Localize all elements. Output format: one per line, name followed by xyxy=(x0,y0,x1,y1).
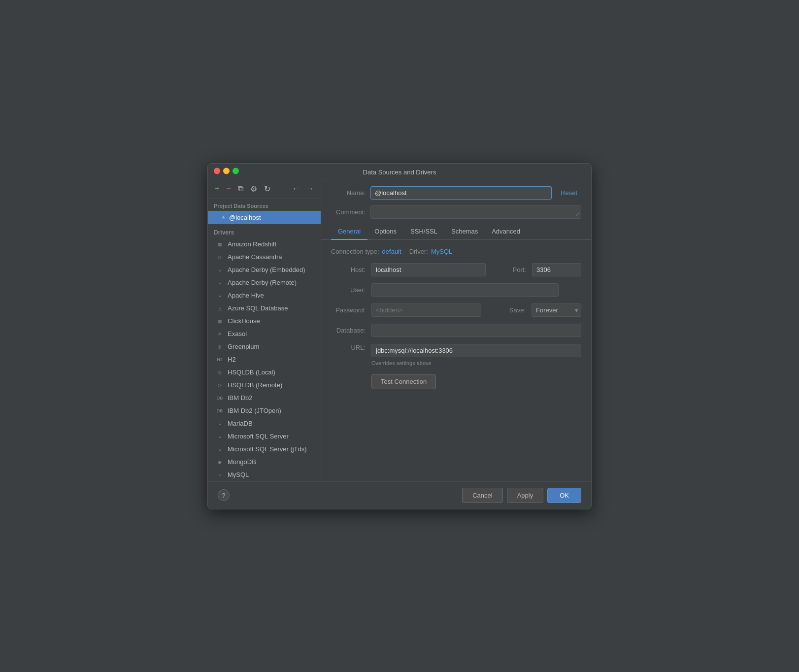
driver-item-apache-derby-remote[interactable]: ⟁Apache Derby (Remote) xyxy=(208,276,321,289)
driver-name: H2 xyxy=(228,356,236,363)
driver-name: Apache Derby (Embedded) xyxy=(228,266,305,273)
driver-item-mysql[interactable]: ⟐MySQL xyxy=(208,469,321,481)
driver-value[interactable]: MySQL xyxy=(431,248,452,255)
driver-item-exasol[interactable]: ✕Exasol xyxy=(208,328,321,340)
driver-item-mongodb[interactable]: ◉MongoDB xyxy=(208,456,321,469)
save-select-wrapper: Forever Until restart Never xyxy=(532,303,581,317)
driver-name: Exasol xyxy=(228,330,247,337)
maximize-button[interactable] xyxy=(233,168,239,174)
driver-item-hsqldb-remote[interactable]: ◎HSQLDB (Remote) xyxy=(208,379,321,392)
close-button[interactable] xyxy=(214,168,220,174)
user-input[interactable] xyxy=(371,283,559,297)
database-label: Database: xyxy=(331,327,366,334)
save-label: Save: xyxy=(491,306,526,314)
tab-sshssl[interactable]: SSH/SSL xyxy=(403,224,444,240)
driver-name: MariaDB xyxy=(228,420,253,427)
driver-icon: ⟐ xyxy=(216,471,224,479)
forward-button[interactable]: → xyxy=(304,183,316,194)
driver-icon: ◎ xyxy=(216,253,224,261)
cancel-button[interactable]: Cancel xyxy=(462,488,502,503)
conn-type-label: Connection type: xyxy=(331,248,379,255)
driver-label-text: Driver: xyxy=(409,248,428,255)
comment-input[interactable] xyxy=(370,205,581,219)
ok-button[interactable]: OK xyxy=(547,488,581,503)
password-input[interactable] xyxy=(371,303,481,317)
driver-icon: ▦ xyxy=(216,317,224,325)
database-input[interactable] xyxy=(371,324,581,337)
password-row: Password: Save: Forever Until restart Ne… xyxy=(331,303,581,317)
tab-schemas[interactable]: Schemas xyxy=(444,224,485,240)
driver-icon: DB xyxy=(216,407,224,415)
add-button[interactable]: + xyxy=(213,183,221,194)
driver-item-hsqldb-local[interactable]: ◎HSQLDB (Local) xyxy=(208,366,321,379)
driver-icon: ◎ xyxy=(216,369,224,376)
user-label: User: xyxy=(331,286,366,294)
connection-type-row: Connection type: default Driver: MySQL xyxy=(331,248,581,255)
host-label: Host: xyxy=(331,266,366,273)
minimize-button[interactable] xyxy=(223,168,230,174)
driver-item-amazon-redshift[interactable]: ▦Amazon Redshift xyxy=(208,238,321,251)
driver-item-mariadb[interactable]: ⟁MariaDB xyxy=(208,417,321,430)
driver-item-apache-hive[interactable]: ⟁Apache Hive xyxy=(208,289,321,302)
bottom-bar: ? Cancel Apply OK xyxy=(208,481,591,509)
driver-icon: ▦ xyxy=(216,240,224,248)
driver-name: HSQLDB (Local) xyxy=(228,369,275,376)
back-button[interactable]: ← xyxy=(290,183,302,194)
drivers-list: Drivers ▦Amazon Redshift◎Apache Cassandr… xyxy=(208,224,321,481)
datasource-icon: ⟐ xyxy=(222,214,225,221)
url-input[interactable] xyxy=(371,344,581,357)
driver-icon: H2 xyxy=(216,356,224,364)
host-port-row: Host: Port: xyxy=(331,263,581,276)
driver-name: MySQL xyxy=(228,471,249,478)
user-row: User: xyxy=(331,283,581,297)
title-bar: Data Sources and Drivers xyxy=(208,164,591,179)
driver-item-apache-cassandra[interactable]: ◎Apache Cassandra xyxy=(208,251,321,264)
port-input[interactable] xyxy=(532,263,581,276)
driver-item-ibm-db2-jtopen[interactable]: DBIBM Db2 (JTOpen) xyxy=(208,404,321,417)
driver-item-microsoft-sql-server-jtds[interactable]: ⟁Microsoft SQL Server (jTds) xyxy=(208,443,321,456)
save-select[interactable]: Forever Until restart Never xyxy=(532,303,581,317)
nav-buttons: ← → xyxy=(290,183,316,194)
bottom-actions: Cancel Apply OK xyxy=(462,488,581,503)
name-input[interactable] xyxy=(370,186,552,200)
driver-icon: ◎ xyxy=(216,381,224,389)
url-label: URL: xyxy=(331,344,366,351)
help-button[interactable]: ? xyxy=(218,489,230,501)
driver-name: Apache Derby (Remote) xyxy=(228,279,297,286)
remove-button[interactable]: − xyxy=(224,183,233,194)
driver-name: Microsoft SQL Server xyxy=(228,433,289,440)
port-label: Port: xyxy=(492,266,526,273)
expand-icon: ⤢ xyxy=(575,211,579,217)
driver-item-microsoft-sql-server[interactable]: ⟁Microsoft SQL Server xyxy=(208,430,321,443)
driver-item-h2[interactable]: H2H2 xyxy=(208,353,321,366)
selected-datasource-label: @localhost xyxy=(229,214,261,221)
conn-type-value[interactable]: default xyxy=(382,248,401,255)
driver-icon: ⟁ xyxy=(216,420,224,428)
driver-icon: ⟁ xyxy=(216,445,224,453)
copy-button[interactable]: ⧉ xyxy=(236,183,245,194)
driver-name: Greenplum xyxy=(228,343,259,350)
name-label: Name: xyxy=(331,189,366,197)
refresh-button[interactable]: ↻ xyxy=(262,183,272,195)
driver-icon: ⟁ xyxy=(216,279,224,287)
reset-button[interactable]: Reset xyxy=(557,187,581,199)
selected-datasource-item[interactable]: ⟐ @localhost xyxy=(208,211,321,224)
driver-item-apache-derby-embedded[interactable]: ⟁Apache Derby (Embedded) xyxy=(208,264,321,276)
tab-advanced[interactable]: Advanced xyxy=(485,224,527,240)
url-row: URL: xyxy=(331,344,581,357)
data-sources-dialog: Data Sources and Drivers + − ⧉ ⚙ ↻ ← → P… xyxy=(207,163,592,509)
apply-button[interactable]: Apply xyxy=(507,488,544,503)
project-sources-label: Project Data Sources xyxy=(208,199,321,211)
settings-button[interactable]: ⚙ xyxy=(248,183,259,195)
driver-name: MongoDB xyxy=(228,458,256,466)
driver-item-greenplum[interactable]: ◎Greenplum xyxy=(208,340,321,353)
url-section xyxy=(371,344,581,357)
driver-name: Amazon Redshift xyxy=(228,240,276,248)
tab-options[interactable]: Options xyxy=(367,224,403,240)
host-input[interactable] xyxy=(371,263,486,276)
driver-item-clickhouse[interactable]: ▦ClickHouse xyxy=(208,315,321,328)
driver-item-azure-sql-database[interactable]: △Azure SQL Database xyxy=(208,302,321,315)
tab-general[interactable]: General xyxy=(331,224,367,240)
test-connection-button[interactable]: Test Connection xyxy=(371,374,436,389)
driver-item-ibm-db2[interactable]: DBIBM Db2 xyxy=(208,392,321,404)
